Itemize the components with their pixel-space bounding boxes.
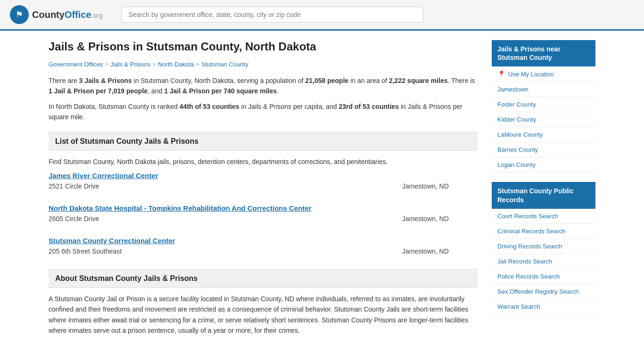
facility-address-1: 2605 Circle Drive — [49, 215, 99, 222]
sidebar-link-barnes[interactable]: Barnes County — [492, 142, 595, 157]
logo-icon: ⚑ — [9, 5, 29, 25]
facilities-list: James River Correctional Center 2521 Cir… — [49, 172, 478, 260]
sidebar-records-header: Stutsman County Public Records — [492, 182, 595, 208]
svg-text:⚑: ⚑ — [16, 10, 23, 19]
breadcrumb-gov-offices[interactable]: Government Offices — [49, 61, 103, 68]
facility-row-0: 2521 Circle Drive Jamestown, ND — [49, 182, 478, 190]
breadcrumb-sep-2: > — [152, 61, 156, 68]
sidebar-link-kidder[interactable]: Kidder County — [492, 112, 595, 127]
use-my-location[interactable]: 📍 Use My Location — [492, 66, 595, 82]
per-area: 1 Jail & Prison per 740 square miles — [164, 87, 277, 95]
sidebar-link-lamoure[interactable]: LaMoure County — [492, 127, 595, 142]
logo[interactable]: ⚑ CountyOffice.org — [9, 5, 103, 25]
breadcrumb-state[interactable]: North Dakota — [158, 61, 194, 68]
sidebar-link-criminal-records[interactable]: Criminal Records Search — [492, 224, 595, 239]
breadcrumb-jails[interactable]: Jails & Prisons — [110, 61, 150, 68]
breadcrumb-sep-3: > — [196, 61, 199, 68]
facility-address-0: 2521 Circle Drive — [49, 182, 99, 190]
sidebar-link-warrant[interactable]: Warrant Search — [492, 299, 595, 314]
sidebar: Jails & Prisons near Stutsman County 📍 U… — [492, 40, 595, 336]
intro-para-1: There are 3 Jails & Prisons in Stutsman … — [49, 75, 478, 97]
sidebar-nearby-section: Jails & Prisons near Stutsman County 📍 U… — [492, 40, 595, 173]
location-icon: 📍 — [497, 70, 505, 78]
facility-link-0[interactable]: James River Correctional Center — [49, 172, 158, 180]
sidebar-link-foster[interactable]: Foster County — [492, 97, 595, 112]
facility-row-1: 2605 Circle Drive Jamestown, ND — [49, 215, 478, 222]
sidebar-link-logan[interactable]: Logan County — [492, 157, 595, 173]
rank2: 23rd of 53 counties — [339, 103, 399, 110]
sidebar-nearby-header: Jails & Prisons near Stutsman County — [492, 40, 595, 66]
page-title: Jails & Prisons in Stutsman County, Nort… — [49, 40, 478, 53]
facility-address-2: 205 6th Street Southeast — [49, 247, 122, 255]
main-container: Jails & Prisons in Stutsman County, Nort… — [39, 31, 605, 346]
facility-link-2[interactable]: Stutsman County Correctional Center — [49, 237, 175, 245]
intro-para-2: In North Dakota, Stutsman County is rank… — [49, 101, 478, 123]
facility-city-2: Jamestown, ND — [402, 247, 478, 255]
sidebar-link-jamestown[interactable]: Jamestown — [492, 82, 595, 97]
facility-city-0: Jamestown, ND — [402, 182, 478, 190]
site-header: ⚑ CountyOffice.org — [0, 0, 644, 31]
facility-item-1: North Dakota State Hospital - Tompkins R… — [49, 204, 478, 227]
area: 2,222 square miles — [389, 77, 448, 84]
breadcrumb: Government Offices > Jails & Prisons > N… — [49, 61, 478, 68]
list-description: Find Stutsman County, North Dakota jails… — [49, 156, 478, 167]
sidebar-link-driving-records[interactable]: Driving Records Search — [492, 239, 595, 254]
breadcrumb-sep-1: > — [105, 61, 108, 68]
per-capita: 1 Jail & Prison per 7,019 people — [49, 87, 148, 95]
about-text: A Stutsman County Jail or Prison is a se… — [49, 294, 478, 336]
sidebar-link-police-records[interactable]: Police Records Search — [492, 269, 595, 284]
jail-count: 3 Jails & Prisons — [79, 77, 132, 84]
use-location-label: Use My Location — [508, 71, 554, 78]
breadcrumb-county[interactable]: Stutsman County — [201, 61, 248, 68]
population: 21,058 people — [305, 77, 348, 84]
content-area: Jails & Prisons in Stutsman County, Nort… — [49, 40, 478, 336]
search-input[interactable] — [122, 7, 423, 23]
facility-item-0: James River Correctional Center 2521 Cir… — [49, 172, 478, 195]
sidebar-link-sex-offender[interactable]: Sex Offender Registry Search — [492, 284, 595, 299]
sidebar-link-jail-records[interactable]: Jail Records Search — [492, 254, 595, 269]
facility-city-1: Jamestown, ND — [402, 215, 478, 222]
sidebar-records-section: Stutsman County Public Records Court Rec… — [492, 182, 595, 314]
rank1: 44th of 53 counties — [180, 103, 239, 110]
facility-item-2: Stutsman County Correctional Center 205 … — [49, 237, 478, 260]
sidebar-link-court-records[interactable]: Court Records Search — [492, 209, 595, 224]
list-section-header: List of Stutsman County Jails & Prisons — [49, 132, 478, 151]
logo-text: CountyOffice.org — [32, 9, 103, 20]
facility-link-1[interactable]: North Dakota State Hospital - Tompkins R… — [49, 204, 312, 212]
facility-row-2: 205 6th Street Southeast Jamestown, ND — [49, 247, 478, 255]
about-section-header: About Stutsman County Jails & Prisons — [49, 269, 478, 288]
